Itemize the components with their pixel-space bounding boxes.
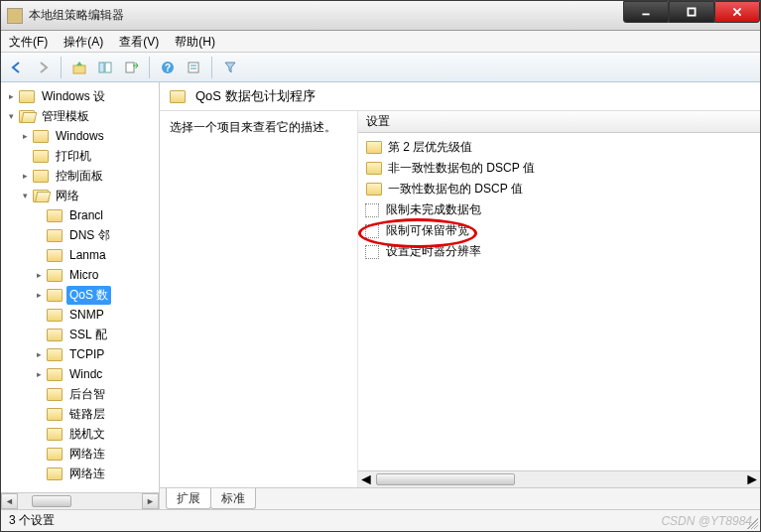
- tree-item[interactable]: 网络连: [31, 444, 159, 464]
- minimize-button[interactable]: [623, 1, 669, 23]
- tree-horizontal-scrollbar[interactable]: ◄ ►: [1, 492, 159, 509]
- tree-item-label: TCPIP: [66, 346, 107, 362]
- show-hide-tree-button[interactable]: [93, 56, 117, 79]
- folder-icon: [170, 90, 186, 103]
- expand-icon[interactable]: ▸: [33, 348, 45, 360]
- scroll-right-arrow[interactable]: ►: [744, 470, 760, 488]
- tree-item[interactable]: ▾管理模板: [3, 106, 159, 126]
- list-folder-item[interactable]: 第 2 层优先级值: [360, 137, 758, 158]
- menu-file[interactable]: 文件(F): [1, 31, 56, 53]
- tree-item[interactable]: ▸Micro: [31, 265, 159, 285]
- policy-setting-icon: [364, 203, 380, 217]
- list-item-label: 非一致性数据包的 DSCP 值: [388, 160, 535, 177]
- list-setting-item[interactable]: 限制可保留带宽: [360, 220, 758, 241]
- tree-item[interactable]: ▾网络: [17, 186, 159, 205]
- collapse-icon[interactable]: ▾: [19, 190, 31, 201]
- folder-icon: [19, 110, 35, 123]
- description-column: 选择一个项目来查看它的描述。: [160, 111, 358, 487]
- scroll-left-arrow[interactable]: ◄: [1, 493, 18, 509]
- tree-item[interactable]: Brancl: [31, 205, 159, 225]
- tree-item[interactable]: 后台智: [31, 384, 159, 404]
- list-horizontal-scrollbar[interactable]: ◄ ►: [358, 470, 760, 487]
- tree-item-label: 网络: [53, 187, 82, 205]
- folder-icon: [47, 428, 63, 441]
- filter-button[interactable]: [218, 56, 242, 79]
- scroll-track[interactable]: [374, 471, 744, 487]
- list-setting-item[interactable]: 限制未完成数据包: [360, 200, 758, 220]
- main-body: ▸Windows 设▾管理模板▸Windows打印机▸控制面板▾网络Brancl…: [1, 82, 760, 509]
- tree-item[interactable]: ▸Windows 设: [3, 86, 159, 106]
- close-button[interactable]: [714, 1, 760, 23]
- tree-item-label: 脱机文: [66, 425, 108, 444]
- folder-icon: [33, 130, 49, 143]
- folder-icon: [33, 150, 49, 163]
- list-setting-item[interactable]: 设置定时器分辨率: [360, 241, 758, 262]
- tree-item-label: 管理模板: [39, 107, 92, 126]
- folder-icon: [47, 329, 63, 341]
- nav-tree[interactable]: ▸Windows 设▾管理模板▸Windows打印机▸控制面板▾网络Brancl…: [1, 82, 159, 492]
- scroll-thumb[interactable]: [376, 473, 515, 485]
- toolbar-separator: [211, 57, 212, 78]
- folder-icon: [47, 309, 63, 322]
- tree-item[interactable]: 网络连: [31, 464, 159, 483]
- tree-item-label: Windows: [53, 128, 107, 144]
- tab-standard[interactable]: 标准: [210, 488, 256, 509]
- tab-extended[interactable]: 扩展: [166, 488, 211, 509]
- scroll-thumb[interactable]: [32, 495, 71, 507]
- content-header: QoS 数据包计划程序: [160, 82, 760, 110]
- scroll-track[interactable]: [18, 493, 142, 509]
- tree-item-label: SSL 配: [66, 326, 110, 344]
- expand-icon[interactable]: ▸: [19, 170, 31, 182]
- tree-item[interactable]: Lanma: [31, 245, 159, 265]
- settings-list[interactable]: 第 2 层优先级值非一致性数据包的 DSCP 值一致性数据包的 DSCP 值限制…: [358, 133, 760, 470]
- export-list-button[interactable]: [119, 56, 143, 79]
- watermark: CSDN @YT8984: [661, 514, 752, 528]
- expand-icon[interactable]: ▸: [5, 90, 17, 102]
- tree-item-label: DNS 邻: [66, 226, 113, 245]
- expand-icon[interactable]: ▸: [33, 368, 45, 380]
- tree-item-label: Windows 设: [39, 87, 108, 106]
- menu-action[interactable]: 操作(A): [56, 31, 111, 53]
- tree-item[interactable]: ▸Windc: [31, 364, 159, 384]
- maximize-button[interactable]: [669, 1, 714, 23]
- expand-icon[interactable]: ▸: [33, 269, 45, 281]
- tree-item[interactable]: ▸Windows: [17, 126, 159, 146]
- tree-item[interactable]: SSL 配: [31, 325, 159, 344]
- folder-icon: [47, 448, 63, 461]
- menu-view[interactable]: 查看(V): [111, 31, 167, 53]
- properties-button[interactable]: [182, 56, 205, 79]
- title-bar[interactable]: 本地组策略编辑器: [1, 1, 760, 31]
- back-button[interactable]: [5, 56, 29, 79]
- resize-grip[interactable]: [744, 515, 758, 529]
- scroll-right-arrow[interactable]: ►: [142, 493, 159, 509]
- folder-icon: [47, 388, 63, 401]
- content-title: QoS 数据包计划程序: [195, 87, 316, 105]
- tree-pane: ▸Windows 设▾管理模板▸Windows打印机▸控制面板▾网络Brancl…: [1, 82, 160, 509]
- forward-button[interactable]: [31, 56, 55, 79]
- expand-icon[interactable]: ▸: [19, 130, 31, 142]
- list-folder-item[interactable]: 非一致性数据包的 DSCP 值: [360, 158, 758, 179]
- menu-help[interactable]: 帮助(H): [167, 31, 223, 53]
- window-title: 本地组策略编辑器: [29, 7, 124, 24]
- tree-item-label: 网络连: [66, 445, 108, 464]
- collapse-icon[interactable]: ▾: [5, 110, 17, 122]
- tree-item[interactable]: ▸QoS 数: [31, 285, 159, 305]
- scroll-left-arrow[interactable]: ◄: [358, 470, 374, 488]
- tree-item[interactable]: 脱机文: [31, 424, 159, 444]
- tree-item[interactable]: SNMP: [31, 305, 159, 325]
- policy-setting-icon: [364, 245, 380, 259]
- tree-item-label: 后台智: [66, 385, 108, 404]
- expand-icon[interactable]: ▸: [33, 289, 45, 301]
- svg-rect-1: [688, 8, 695, 15]
- tree-item[interactable]: 链路层: [31, 404, 159, 424]
- folder-icon: [19, 90, 35, 103]
- tree-item-label: Micro: [66, 267, 101, 283]
- tree-item[interactable]: ▸控制面板: [17, 166, 159, 186]
- tree-item[interactable]: DNS 邻: [31, 225, 159, 245]
- tree-item[interactable]: ▸TCPIP: [31, 344, 159, 364]
- list-folder-item[interactable]: 一致性数据包的 DSCP 值: [360, 179, 758, 200]
- settings-list-header[interactable]: 设置: [358, 111, 760, 133]
- up-level-button[interactable]: [67, 56, 91, 79]
- tree-item[interactable]: 打印机: [17, 146, 159, 166]
- help-button[interactable]: ?: [156, 56, 180, 79]
